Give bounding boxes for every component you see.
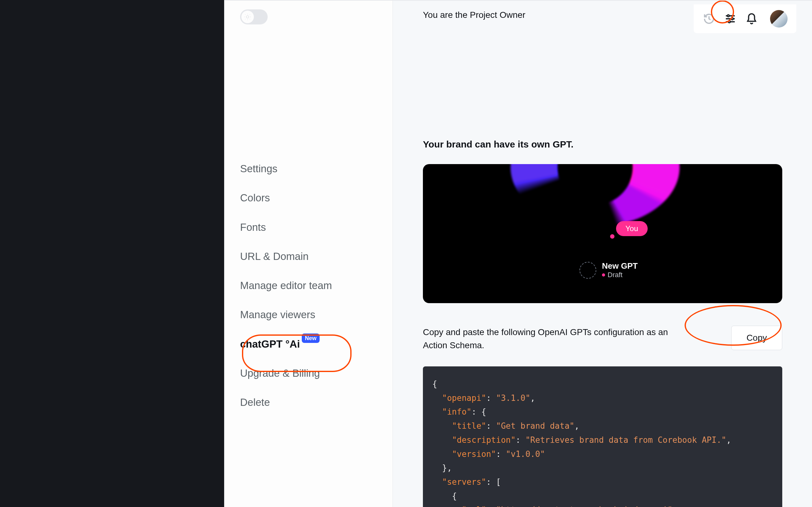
- code-val: "Retrieves brand data from Corebook API.…: [525, 435, 726, 445]
- settings-sliders-button[interactable]: [724, 12, 737, 25]
- nav-item-manage-viewers[interactable]: Manage viewers: [240, 300, 381, 329]
- nav-label: Settings: [240, 162, 277, 175]
- nav-item-settings[interactable]: Settings: [240, 154, 381, 183]
- user-avatar[interactable]: [770, 10, 788, 27]
- openapi-code-block[interactable]: { "openapi": "3.1.0", "info": { "title":…: [423, 367, 782, 507]
- new-gpt-row: New GPT Draft: [579, 261, 638, 279]
- new-badge: New: [302, 334, 320, 343]
- nav-item-fonts[interactable]: Fonts: [240, 213, 381, 242]
- copy-row: Copy and paste the following OpenAI GPTs…: [423, 326, 782, 352]
- status-label: Draft: [608, 271, 623, 279]
- new-gpt-title: New GPT: [602, 261, 638, 271]
- nav-label: Manage editor team: [240, 279, 332, 292]
- hero-art: [510, 164, 680, 227]
- gpt-hero-preview: You New GPT Draft: [423, 164, 782, 303]
- settings-nav: Settings Colors Fonts URL & Domain Manag…: [240, 154, 381, 417]
- new-gpt-text: New GPT Draft: [602, 261, 638, 279]
- section-title: Your brand can have its own GPT.: [423, 139, 782, 150]
- code-val: "3.1.0": [496, 393, 530, 403]
- code-key: "info": [442, 407, 472, 416]
- status-dot-icon: [602, 273, 605, 277]
- nav-item-upgrade-billing[interactable]: Upgrade & Billing: [240, 358, 381, 388]
- history-button[interactable]: [702, 12, 715, 25]
- nav-item-delete[interactable]: Delete: [240, 388, 381, 417]
- nav-label: chatGPT °Ai: [240, 338, 300, 350]
- theme-toggle[interactable]: [240, 9, 268, 24]
- nav-label: Colors: [240, 191, 270, 204]
- sliders-icon: [724, 13, 736, 25]
- code-key: "description": [452, 435, 516, 445]
- nav-label: URL & Domain: [240, 250, 309, 263]
- you-cursor-dot: [610, 234, 615, 239]
- project-owner-text: You are the Project Owner: [423, 10, 525, 20]
- code-val: "v1.0.0": [506, 449, 545, 459]
- code-key: "title": [452, 421, 487, 431]
- left-dark-strip: [0, 0, 224, 507]
- copy-button[interactable]: Copy: [731, 326, 782, 350]
- you-pill: You: [616, 221, 648, 236]
- nav-item-manage-editor-team[interactable]: Manage editor team: [240, 271, 381, 300]
- code-key: "servers": [442, 477, 486, 487]
- nav-item-chatgpt-ai[interactable]: chatGPT °Ai New: [240, 329, 381, 358]
- nav-item-url-domain[interactable]: URL & Domain: [240, 242, 381, 271]
- main-content: You are the Project Owner Your brand can…: [393, 0, 812, 507]
- copy-instructions: Copy and paste the following OpenAI GPTs…: [423, 326, 680, 352]
- nav-label: Delete: [240, 396, 270, 409]
- new-gpt-status: Draft: [602, 271, 638, 279]
- svg-point-3: [729, 21, 730, 22]
- bell-icon: [746, 13, 757, 25]
- settings-sidebar: Settings Colors Fonts URL & Domain Manag…: [224, 0, 393, 507]
- nav-item-colors[interactable]: Colors: [240, 183, 381, 212]
- nav-label: Manage viewers: [240, 308, 315, 321]
- notifications-button[interactable]: [745, 12, 758, 25]
- app-root: Settings Colors Fonts URL & Domain Manag…: [0, 0, 812, 507]
- svg-point-1: [728, 15, 729, 16]
- new-gpt-avatar-placeholder: [579, 262, 596, 279]
- nav-label: Fonts: [240, 221, 266, 234]
- nav-label: Upgrade & Billing: [240, 367, 320, 380]
- code-val: "https://content.corebook.io/openai": [496, 505, 673, 507]
- code-key: "version": [452, 449, 496, 459]
- sun-icon: [244, 13, 251, 21]
- code-key: "url": [462, 505, 486, 507]
- top-actions: [694, 4, 796, 33]
- svg-point-0: [246, 16, 249, 18]
- history-icon: [703, 13, 715, 25]
- svg-point-2: [731, 18, 733, 20]
- theme-toggle-knob: [241, 11, 254, 23]
- code-key: "openapi": [442, 393, 486, 403]
- code-val: "Get brand data": [496, 421, 574, 431]
